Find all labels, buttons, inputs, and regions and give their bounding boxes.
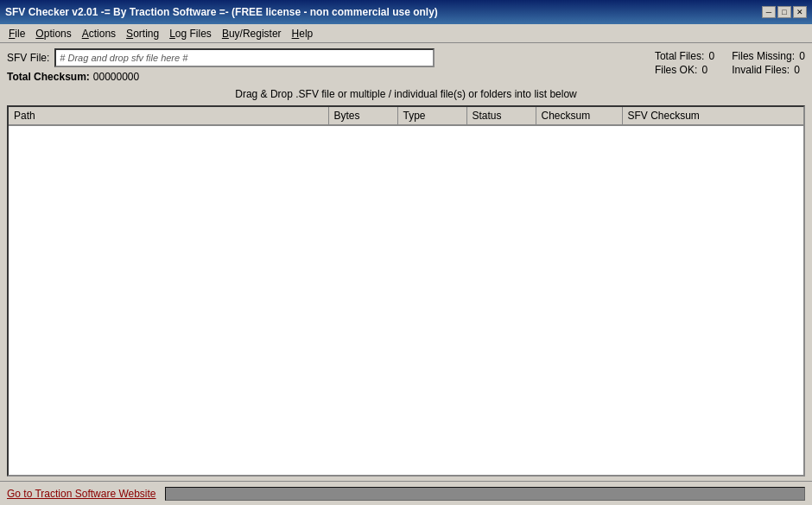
menu-actions[interactable]: Actions xyxy=(77,26,121,41)
menu-logfiles[interactable]: Log Files xyxy=(164,26,217,41)
files-missing-label: Files Missing: xyxy=(732,50,795,62)
invalid-files-label: Invalid Files: xyxy=(732,64,790,76)
checksum-value: 00000000 xyxy=(93,71,139,83)
maximize-button[interactable]: □ xyxy=(777,6,791,18)
file-list-container[interactable]: Path Bytes Type Status Checksum SFV Chec… xyxy=(7,105,805,477)
title-text: SFV Checker v2.01 -= By Traction Softwar… xyxy=(5,6,438,18)
menu-sorting[interactable]: Sorting xyxy=(121,26,164,41)
menu-file[interactable]: File xyxy=(3,26,30,41)
files-missing-stat: Files Missing: 0 xyxy=(732,50,805,62)
total-files-stat: Total Files: 0 xyxy=(655,50,714,62)
stats-panel: Total Files: 0 Files Missing: 0 Files OK… xyxy=(655,48,805,76)
col-header-sfvchecksum: SFV Checksum xyxy=(622,107,803,125)
table-header: Path Bytes Type Status Checksum SFV Chec… xyxy=(9,107,803,125)
col-header-bytes: Bytes xyxy=(328,107,397,125)
minimize-button[interactable]: ─ xyxy=(762,6,776,18)
title-bar: SFV Checker v2.01 -= By Traction Softwar… xyxy=(0,0,812,24)
drag-hint: Drag & Drop .SFV file or multiple / indi… xyxy=(7,86,805,102)
files-ok-label: Files OK: xyxy=(655,64,697,76)
main-content: SFV File: Total Checksum: 00000000 Total… xyxy=(0,43,812,480)
files-ok-value: 0 xyxy=(702,64,708,76)
col-header-status: Status xyxy=(466,107,536,125)
menu-help[interactable]: Help xyxy=(287,26,319,41)
menu-options[interactable]: Options xyxy=(30,26,76,41)
progress-bar xyxy=(165,487,805,501)
checksum-row: Total Checksum: 00000000 xyxy=(7,71,646,83)
traction-software-link[interactable]: Go to Traction Software Website xyxy=(7,488,156,500)
close-button[interactable]: ✕ xyxy=(793,6,807,18)
invalid-files-stat: Invalid Files: 0 xyxy=(732,64,805,76)
sfv-row: SFV File: xyxy=(7,48,646,67)
col-header-checksum: Checksum xyxy=(536,107,622,125)
sfv-input[interactable] xyxy=(54,48,435,67)
menu-bar: File Options Actions Sorting Log Files B… xyxy=(0,24,812,43)
sfv-label: SFV File: xyxy=(7,52,49,64)
col-header-path: Path xyxy=(9,107,328,125)
col-header-type: Type xyxy=(397,107,466,125)
file-list-table: Path Bytes Type Status Checksum SFV Chec… xyxy=(9,107,803,126)
files-missing-value: 0 xyxy=(799,50,805,62)
left-controls: SFV File: Total Checksum: 00000000 xyxy=(7,48,646,83)
status-bar: Go to Traction Software Website xyxy=(0,481,812,505)
menu-buyregister[interactable]: Buy/Register xyxy=(217,26,287,41)
checksum-label: Total Checksum: xyxy=(7,71,90,83)
window-controls: ─ □ ✕ xyxy=(762,6,807,18)
controls-row: SFV File: Total Checksum: 00000000 Total… xyxy=(7,48,805,83)
total-files-value: 0 xyxy=(709,50,715,62)
invalid-files-value: 0 xyxy=(794,64,800,76)
files-ok-stat: Files OK: 0 xyxy=(655,64,714,76)
total-files-label: Total Files: xyxy=(655,50,704,62)
